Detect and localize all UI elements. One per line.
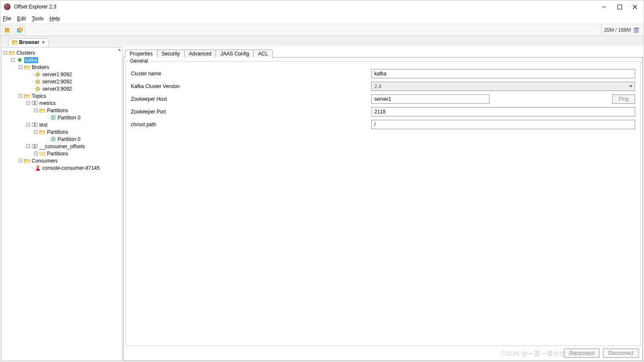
tab-jaas[interactable]: JAAS Config xyxy=(216,50,254,58)
tree-metrics-partitions[interactable]: Partitions xyxy=(47,108,68,113)
minimize-button[interactable] xyxy=(601,4,607,10)
gc-button[interactable] xyxy=(633,27,639,33)
toggle-icon[interactable]: + xyxy=(34,152,38,155)
title-bar: Offset Explorer 2.3 xyxy=(0,0,644,13)
gear-icon xyxy=(34,79,41,85)
gear-icon xyxy=(34,86,41,92)
gear-icon xyxy=(34,72,41,77)
topic-icon xyxy=(31,100,38,106)
tree-co-partitions[interactable]: Partitions xyxy=(47,151,68,157)
toggle-icon[interactable]: − xyxy=(26,144,30,148)
tree-clusters[interactable]: Clusters xyxy=(17,50,35,56)
status-icon xyxy=(16,57,23,63)
main-panel: Properties Security Advanced JAAS Config… xyxy=(123,47,643,361)
topic-icon xyxy=(31,122,38,128)
zk-port-input[interactable] xyxy=(371,107,635,116)
toolbar: 20M / 168M xyxy=(0,24,644,36)
toggle-icon[interactable]: − xyxy=(11,58,15,62)
tree-test-p0[interactable]: Partition 0 xyxy=(58,136,80,142)
tree-broker3[interactable]: server3:9092 xyxy=(42,86,72,92)
disconnect-button[interactable]: Disconnect xyxy=(603,348,639,358)
zk-host-input[interactable] xyxy=(371,94,489,104)
toggle-icon[interactable]: − xyxy=(19,159,22,163)
folder-icon xyxy=(39,129,46,135)
panel-menu-icon[interactable] xyxy=(118,49,120,52)
toggle-icon[interactable]: − xyxy=(19,94,22,98)
menu-tools[interactable]: Tools xyxy=(32,16,44,22)
reconnect-button[interactable]: Reconnect xyxy=(564,348,599,358)
cluster-name-input[interactable] xyxy=(371,69,635,78)
cluster-name-label: Cluster name xyxy=(131,71,368,77)
ping-button[interactable]: Ping xyxy=(612,94,635,104)
consumer-icon xyxy=(34,165,41,171)
tab-acl[interactable]: ACL xyxy=(253,50,272,58)
version-select[interactable] xyxy=(371,82,635,91)
maximize-button[interactable] xyxy=(616,4,622,10)
toggle-icon[interactable]: − xyxy=(26,123,30,127)
view-tabs: Browser × xyxy=(0,36,644,46)
chroot-input[interactable] xyxy=(371,120,635,129)
tree-brokers[interactable]: Brokers xyxy=(32,64,49,70)
folder-icon xyxy=(8,50,15,56)
memory-text: 20M / 168M xyxy=(604,27,631,33)
menu-file[interactable]: File xyxy=(3,16,11,22)
folder-icon xyxy=(24,93,30,99)
partition-icon xyxy=(50,136,56,142)
tree-panel: −Clusters −kafka −Brokers ┈server1:9092 … xyxy=(1,47,122,361)
toggle-icon[interactable]: − xyxy=(34,108,38,112)
tree-test[interactable]: test xyxy=(39,122,47,128)
folder-icon xyxy=(24,158,30,164)
window-title: Offset Explorer 2.3 xyxy=(14,4,601,10)
menu-bar: File Edit Tools Help xyxy=(0,13,644,24)
menu-help[interactable]: Help xyxy=(50,16,60,22)
close-button[interactable] xyxy=(632,4,638,10)
toggle-icon[interactable]: − xyxy=(26,101,30,105)
browser-tab-close[interactable]: × xyxy=(42,39,45,45)
toggle-icon[interactable]: − xyxy=(19,65,22,69)
topic-icon xyxy=(31,144,38,149)
tree-broker1[interactable]: server1:9092 xyxy=(42,72,72,77)
menu-edit[interactable]: Edit xyxy=(17,16,26,22)
toggle-icon[interactable]: − xyxy=(3,51,7,55)
tree-consumer1[interactable]: console-consumer-87145 xyxy=(42,165,100,171)
browser-tab-label: Browser xyxy=(19,39,39,45)
chroot-label: chroot path xyxy=(131,122,368,127)
tree-consumers[interactable]: Consumers xyxy=(32,158,58,164)
browser-tab[interactable]: Browser × xyxy=(8,38,49,46)
tree-broker2[interactable]: server2:9092 xyxy=(42,79,72,85)
tree-topics[interactable]: Topics xyxy=(32,93,46,99)
property-tabs: Properties Security Advanced JAAS Config… xyxy=(123,47,643,57)
app-icon xyxy=(4,3,11,10)
tab-security[interactable]: Security xyxy=(157,50,185,58)
zk-host-label: Zookeeper Host xyxy=(131,96,368,102)
tree-test-partitions[interactable]: Partitions xyxy=(47,129,68,135)
partition-icon xyxy=(50,115,56,121)
tab-advanced[interactable]: Advanced xyxy=(184,50,216,58)
zk-port-label: Zookeeper Port xyxy=(131,109,368,115)
tab-properties[interactable]: Properties xyxy=(125,50,158,58)
toolbar-button-2[interactable] xyxy=(15,25,25,35)
tree-metrics[interactable]: metrics xyxy=(39,100,56,106)
version-label: Kafka Cluster Version xyxy=(131,83,368,89)
toolbar-button-1[interactable] xyxy=(2,25,12,35)
tree-metrics-p0[interactable]: Partition 0 xyxy=(58,115,80,121)
tree-consumer-offsets[interactable]: __consumer_offsets xyxy=(39,144,85,149)
toggle-icon[interactable]: − xyxy=(34,130,38,134)
folder-icon xyxy=(39,108,46,113)
folder-icon xyxy=(39,151,46,157)
tree-kafka[interactable]: kafka xyxy=(24,57,38,63)
memory-status: 20M / 168M xyxy=(601,24,642,36)
folder-icon xyxy=(24,64,30,70)
browser-tab-icon xyxy=(12,40,17,44)
